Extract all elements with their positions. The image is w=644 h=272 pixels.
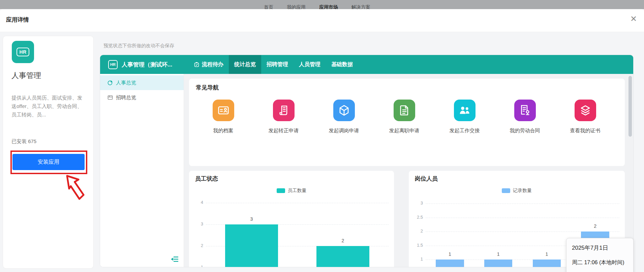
- tab-label: 流程待办: [202, 61, 223, 68]
- modal-title: 应用详情: [6, 16, 29, 24]
- bar-value-label: 1: [540, 251, 553, 257]
- bar-value-label: 2: [588, 223, 602, 229]
- preview-top-menu: 流程待办 统计总览 招聘管理 人员管理 基础数据: [188, 55, 358, 74]
- tab-personnel-management[interactable]: 人员管理: [294, 55, 326, 74]
- quick-nav-labor-contract[interactable]: 我的劳动合同: [495, 100, 555, 134]
- annotation-arrow-cursor: [64, 174, 86, 200]
- chart-card-employee-status: 员工状态 员工数量 32 4321: [189, 171, 394, 267]
- bar: [484, 260, 512, 267]
- preview-sidebar: 人事总览 招聘总览: [100, 74, 184, 267]
- preview-body: 人事总览 招聘总览 常见导航: [100, 74, 633, 267]
- quick-nav-label: 发起转正申请: [253, 128, 314, 134]
- quick-nav-title: 常见导航: [189, 79, 625, 91]
- y-axis-tick: 2.5: [413, 215, 423, 220]
- layers-certificate-icon: [575, 100, 596, 121]
- hr-badge-text: HR: [17, 48, 29, 56]
- quick-nav-row: 我的档案 发起转正申请 发起调岗申请: [189, 100, 625, 134]
- sidebar-item-label: 招聘总览: [116, 94, 136, 101]
- modal-header: 应用详情 ✕: [0, 9, 644, 32]
- document-icon: [394, 100, 415, 121]
- quick-nav-label: 我的档案: [193, 128, 253, 134]
- bar-value-label: 3: [245, 216, 258, 222]
- y-axis-tick: 1: [194, 265, 203, 267]
- tab-label: 统计总览: [234, 61, 256, 68]
- building-document-icon: [273, 100, 295, 121]
- y-axis-tick: 2: [194, 243, 203, 248]
- contract-stamp-icon: [514, 100, 536, 121]
- close-icon[interactable]: ✕: [629, 15, 638, 23]
- nav-item-home[interactable]: 首页: [264, 4, 273, 9]
- quick-nav-handover[interactable]: 发起工作交接: [434, 100, 495, 134]
- cube-icon: [333, 100, 355, 121]
- preview-scrollbar-thumb[interactable]: [628, 76, 632, 137]
- quick-nav-certificates[interactable]: 查看我的证书: [555, 100, 615, 134]
- installed-count: 已安装 675: [11, 138, 36, 145]
- y-axis-tick: 3: [413, 200, 423, 206]
- quick-nav-resignation[interactable]: 发起离职申请: [374, 100, 434, 134]
- bar: [316, 246, 369, 267]
- board-icon: [108, 95, 113, 100]
- tab-label: 人员管理: [299, 61, 320, 68]
- page-top-nav: 首页 我的应用 应用市场 解决方案: [264, 4, 370, 9]
- legend-label: 记录数量: [513, 188, 532, 194]
- legend-label: 员工数量: [288, 188, 307, 194]
- bar-value-label: 1: [492, 251, 505, 257]
- chart-title: 岗位人员: [409, 171, 625, 183]
- sidebar-item-recruit-overview[interactable]: 招聘总览: [100, 90, 184, 105]
- bar-value-label: 1: [443, 251, 457, 257]
- bar: [436, 260, 464, 267]
- tooltip-time: 周二 17:06 (本地时间): [572, 259, 628, 266]
- y-axis-tick: 3: [194, 221, 203, 226]
- quick-nav-label: 查看我的证书: [555, 128, 615, 134]
- chart-legend: 记录数量: [409, 188, 625, 193]
- people-handover-icon: [454, 100, 476, 121]
- app-info-card: HR 人事管理 提供从人员简历、面试安排、发送offer、员工入职、劳动合同、员…: [3, 36, 94, 269]
- bar-value-label: 2: [336, 238, 350, 243]
- tab-label: 招聘管理: [267, 61, 288, 68]
- id-card-icon: [213, 100, 234, 121]
- bar-chart-plot: 32 4321: [194, 200, 391, 267]
- install-app-button[interactable]: 安装应用: [12, 154, 85, 170]
- legend-swatch: [502, 188, 510, 193]
- tab-pending-flows[interactable]: 流程待办: [188, 55, 229, 74]
- y-axis-tick: 2: [413, 228, 423, 234]
- preview-notice: 预览状态下你所做的改动不会保存: [103, 43, 174, 49]
- datetime-tooltip: 2025年7月1日 周二 17:06 (本地时间): [566, 238, 634, 272]
- tab-recruit-management[interactable]: 招聘管理: [261, 55, 294, 74]
- bar: [533, 260, 561, 267]
- tab-base-data[interactable]: 基础数据: [326, 55, 358, 74]
- bar: [225, 224, 278, 267]
- y-axis-tick: 4: [194, 200, 203, 205]
- quick-nav-card: 常见导航 我的档案 发起转正申请: [189, 79, 625, 166]
- nav-item-solutions[interactable]: 解决方案: [351, 4, 370, 9]
- y-axis-tick: 1.5: [413, 243, 423, 248]
- tab-statistics-overview[interactable]: 统计总览: [229, 55, 261, 74]
- tab-label: 基础数据: [331, 61, 353, 68]
- quick-nav-regularization[interactable]: 发起转正申请: [253, 100, 314, 134]
- quick-nav-transfer[interactable]: 发起调岗申请: [314, 100, 374, 134]
- y-axis-tick: 1: [413, 256, 423, 262]
- quick-nav-label: 发起工作交接: [434, 128, 495, 134]
- clipboard-check-icon: [194, 62, 200, 67]
- quick-nav-label: 发起调岗申请: [314, 128, 374, 134]
- quick-nav-label: 发起离职申请: [374, 128, 434, 134]
- preview-app-header: HR 人事管理（测试环... 流程待办 统计总览 招聘管理 人员管理 基础数据: [100, 55, 633, 74]
- app-logo-hr-icon: HR: [12, 41, 34, 63]
- chart-bars: 32: [206, 200, 389, 267]
- chart-title: 员工状态: [189, 171, 394, 183]
- sidebar-item-label: 人事总览: [116, 80, 136, 86]
- quick-nav-my-archive[interactable]: 我的档案: [193, 100, 253, 134]
- app-preview-frame: HR 人事管理（测试环... 流程待办 统计总览 招聘管理 人员管理 基础数据 …: [100, 55, 634, 267]
- nav-item-my-apps[interactable]: 我的应用: [287, 4, 306, 9]
- sidebar-item-hr-overview[interactable]: 人事总览: [100, 75, 184, 90]
- app-details-modal: 应用详情 ✕ HR 人事管理 提供从人员简历、面试安排、发送offer、员工入职…: [0, 9, 644, 272]
- app-name: 人事管理: [11, 71, 41, 81]
- tooltip-date: 2025年7月1日: [572, 244, 628, 252]
- legend-swatch: [277, 188, 285, 193]
- nav-item-app-market[interactable]: 应用市场: [319, 4, 338, 9]
- hr-badge-icon: HR: [108, 60, 118, 69]
- chart-legend: 员工数量: [189, 188, 394, 193]
- preview-app-title: 人事管理（测试环...: [122, 61, 183, 69]
- app-description: 提供从人员简历、面试安排、发送offer、员工入职、劳动合同、员工转岗、员...: [11, 93, 84, 119]
- collapse-sidebar-icon[interactable]: [171, 256, 179, 262]
